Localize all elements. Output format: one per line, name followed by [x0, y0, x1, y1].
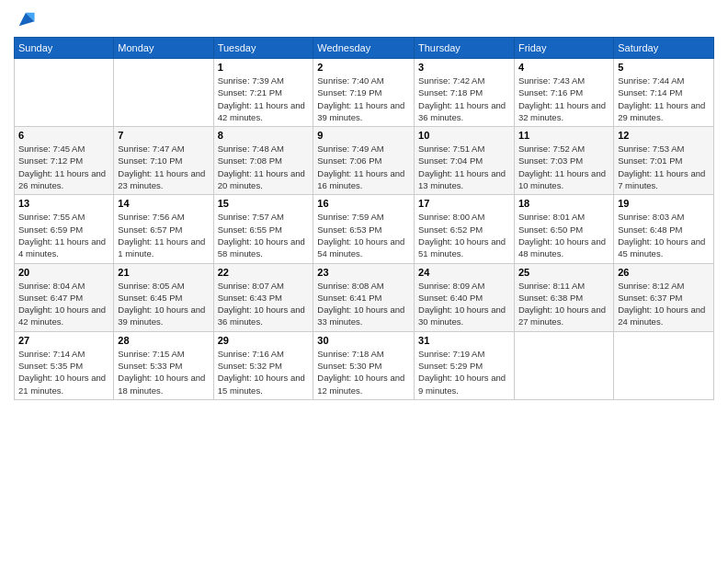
day-info: Sunrise: 7:39 AMSunset: 7:21 PMDaylight:… — [218, 75, 310, 123]
day-info: Sunrise: 7:14 AMSunset: 5:35 PMDaylight:… — [18, 348, 109, 396]
day-number: 7 — [118, 130, 209, 141]
day-info: Sunrise: 7:43 AMSunset: 7:16 PMDaylight:… — [518, 75, 609, 123]
day-cell-13: 13Sunrise: 7:55 AMSunset: 6:59 PMDayligh… — [15, 195, 114, 263]
day-cell-12: 12Sunrise: 7:53 AMSunset: 7:01 PMDayligh… — [614, 127, 714, 195]
day-cell-22: 22Sunrise: 8:07 AMSunset: 6:43 PMDayligh… — [213, 263, 313, 331]
header — [14, 9, 714, 29]
day-number: 19 — [618, 198, 710, 209]
day-number: 27 — [18, 335, 109, 346]
day-cell-9: 9Sunrise: 7:49 AMSunset: 7:06 PMDaylight… — [313, 127, 415, 195]
day-info: Sunrise: 7:42 AMSunset: 7:18 PMDaylight:… — [418, 75, 510, 123]
day-info: Sunrise: 8:03 AMSunset: 6:48 PMDaylight:… — [618, 211, 710, 259]
day-info: Sunrise: 7:19 AMSunset: 5:29 PMDaylight:… — [418, 348, 510, 396]
day-info: Sunrise: 8:05 AMSunset: 6:45 PMDaylight:… — [118, 280, 209, 328]
day-cell-3: 3Sunrise: 7:42 AMSunset: 7:18 PMDaylight… — [415, 59, 515, 127]
day-cell-4: 4Sunrise: 7:43 AMSunset: 7:16 PMDaylight… — [514, 59, 613, 127]
day-number: 2 — [317, 62, 410, 73]
day-info: Sunrise: 8:01 AMSunset: 6:50 PMDaylight:… — [518, 211, 609, 259]
day-number: 13 — [18, 198, 109, 209]
weekday-header-wednesday: Wednesday — [313, 38, 415, 59]
day-info: Sunrise: 8:11 AMSunset: 6:38 PMDaylight:… — [518, 280, 609, 328]
day-info: Sunrise: 7:18 AMSunset: 5:30 PMDaylight:… — [317, 348, 410, 396]
logo-icon — [16, 9, 36, 29]
weekday-header-row: SundayMondayTuesdayWednesdayThursdayFrid… — [15, 38, 714, 59]
day-info: Sunrise: 8:12 AMSunset: 6:37 PMDaylight:… — [618, 280, 710, 328]
day-number: 22 — [218, 267, 310, 278]
week-row-4: 27Sunrise: 7:14 AMSunset: 5:35 PMDayligh… — [15, 331, 714, 399]
weekday-header-monday: Monday — [114, 38, 213, 59]
weekday-header-thursday: Thursday — [415, 38, 515, 59]
day-number: 12 — [618, 130, 710, 141]
day-info: Sunrise: 7:44 AMSunset: 7:14 PMDaylight:… — [618, 75, 710, 123]
day-info: Sunrise: 7:59 AMSunset: 6:53 PMDaylight:… — [317, 211, 410, 259]
day-number: 3 — [418, 62, 510, 73]
day-number: 4 — [518, 62, 609, 73]
day-number: 29 — [218, 335, 310, 346]
day-cell-16: 16Sunrise: 7:59 AMSunset: 6:53 PMDayligh… — [313, 195, 415, 263]
day-number: 26 — [618, 267, 710, 278]
day-cell-23: 23Sunrise: 8:08 AMSunset: 6:41 PMDayligh… — [313, 263, 415, 331]
weekday-header-tuesday: Tuesday — [213, 38, 313, 59]
day-info: Sunrise: 7:52 AMSunset: 7:03 PMDaylight:… — [518, 143, 609, 191]
day-number: 16 — [317, 198, 410, 209]
day-number: 14 — [118, 198, 209, 209]
day-number: 24 — [418, 267, 510, 278]
day-cell-7: 7Sunrise: 7:47 AMSunset: 7:10 PMDaylight… — [114, 127, 213, 195]
day-number: 31 — [418, 335, 510, 346]
day-number: 1 — [218, 62, 310, 73]
day-info: Sunrise: 7:16 AMSunset: 5:32 PMDaylight:… — [218, 348, 310, 396]
week-row-0: 1Sunrise: 7:39 AMSunset: 7:21 PMDaylight… — [15, 59, 714, 127]
day-number: 10 — [418, 130, 510, 141]
calendar-table: SundayMondayTuesdayWednesdayThursdayFrid… — [14, 37, 714, 400]
day-number: 6 — [18, 130, 109, 141]
day-cell-28: 28Sunrise: 7:15 AMSunset: 5:33 PMDayligh… — [114, 331, 213, 399]
day-number: 30 — [317, 335, 410, 346]
day-info: Sunrise: 7:49 AMSunset: 7:06 PMDaylight:… — [317, 143, 410, 191]
day-info: Sunrise: 8:00 AMSunset: 6:52 PMDaylight:… — [418, 211, 510, 259]
weekday-header-sunday: Sunday — [15, 38, 114, 59]
day-number: 15 — [218, 198, 310, 209]
day-cell-10: 10Sunrise: 7:51 AMSunset: 7:04 PMDayligh… — [415, 127, 515, 195]
day-number: 8 — [218, 130, 310, 141]
day-info: Sunrise: 8:04 AMSunset: 6:47 PMDaylight:… — [18, 280, 109, 328]
day-number: 20 — [18, 267, 109, 278]
day-cell-8: 8Sunrise: 7:48 AMSunset: 7:08 PMDaylight… — [213, 127, 313, 195]
calendar-page: SundayMondayTuesdayWednesdayThursdayFrid… — [0, 0, 728, 563]
day-info: Sunrise: 7:48 AMSunset: 7:08 PMDaylight:… — [218, 143, 310, 191]
weekday-header-friday: Friday — [514, 38, 613, 59]
day-cell-31: 31Sunrise: 7:19 AMSunset: 5:29 PMDayligh… — [415, 331, 515, 399]
day-info: Sunrise: 8:09 AMSunset: 6:40 PMDaylight:… — [418, 280, 510, 328]
day-cell-21: 21Sunrise: 8:05 AMSunset: 6:45 PMDayligh… — [114, 263, 213, 331]
empty-cell — [614, 331, 714, 399]
day-cell-14: 14Sunrise: 7:56 AMSunset: 6:57 PMDayligh… — [114, 195, 213, 263]
week-row-3: 20Sunrise: 8:04 AMSunset: 6:47 PMDayligh… — [15, 263, 714, 331]
day-info: Sunrise: 7:53 AMSunset: 7:01 PMDaylight:… — [618, 143, 710, 191]
day-info: Sunrise: 8:08 AMSunset: 6:41 PMDaylight:… — [317, 280, 410, 328]
day-cell-2: 2Sunrise: 7:40 AMSunset: 7:19 PMDaylight… — [313, 59, 415, 127]
day-cell-5: 5Sunrise: 7:44 AMSunset: 7:14 PMDaylight… — [614, 59, 714, 127]
day-cell-6: 6Sunrise: 7:45 AMSunset: 7:12 PMDaylight… — [15, 127, 114, 195]
day-number: 25 — [518, 267, 609, 278]
empty-cell — [114, 59, 213, 127]
week-row-1: 6Sunrise: 7:45 AMSunset: 7:12 PMDaylight… — [15, 127, 714, 195]
day-info: Sunrise: 7:45 AMSunset: 7:12 PMDaylight:… — [18, 143, 109, 191]
day-cell-11: 11Sunrise: 7:52 AMSunset: 7:03 PMDayligh… — [514, 127, 613, 195]
day-cell-27: 27Sunrise: 7:14 AMSunset: 5:35 PMDayligh… — [15, 331, 114, 399]
day-info: Sunrise: 7:51 AMSunset: 7:04 PMDaylight:… — [418, 143, 510, 191]
day-info: Sunrise: 7:15 AMSunset: 5:33 PMDaylight:… — [118, 348, 209, 396]
day-number: 23 — [317, 267, 410, 278]
day-number: 18 — [518, 198, 609, 209]
day-number: 11 — [518, 130, 609, 141]
empty-cell — [15, 59, 114, 127]
day-cell-18: 18Sunrise: 8:01 AMSunset: 6:50 PMDayligh… — [514, 195, 613, 263]
day-number: 21 — [118, 267, 209, 278]
day-cell-15: 15Sunrise: 7:57 AMSunset: 6:55 PMDayligh… — [213, 195, 313, 263]
day-info: Sunrise: 7:40 AMSunset: 7:19 PMDaylight:… — [317, 75, 410, 123]
week-row-2: 13Sunrise: 7:55 AMSunset: 6:59 PMDayligh… — [15, 195, 714, 263]
weekday-header-saturday: Saturday — [614, 38, 714, 59]
day-number: 17 — [418, 198, 510, 209]
day-cell-24: 24Sunrise: 8:09 AMSunset: 6:40 PMDayligh… — [415, 263, 515, 331]
day-cell-29: 29Sunrise: 7:16 AMSunset: 5:32 PMDayligh… — [213, 331, 313, 399]
day-number: 5 — [618, 62, 710, 73]
day-info: Sunrise: 7:57 AMSunset: 6:55 PMDaylight:… — [218, 211, 310, 259]
